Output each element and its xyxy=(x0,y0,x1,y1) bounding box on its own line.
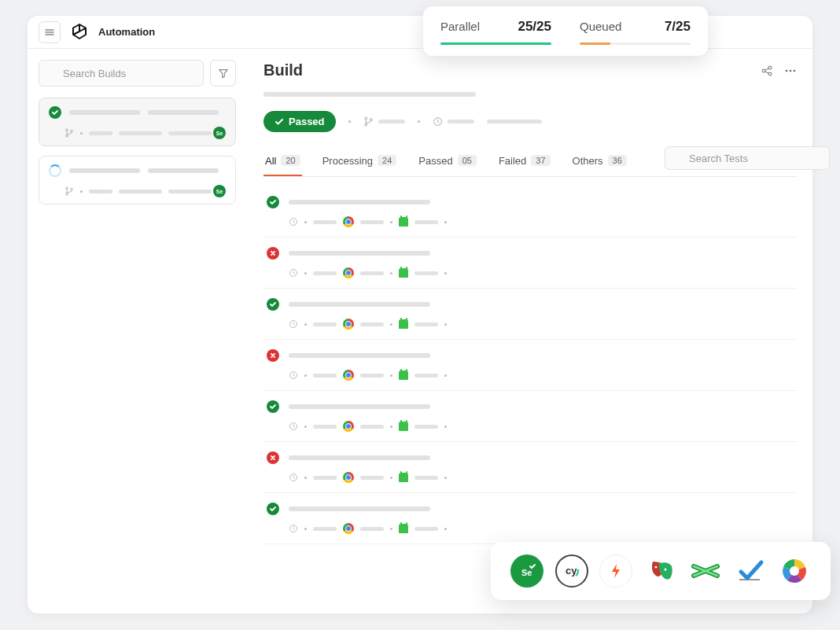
chrome-icon xyxy=(343,472,354,483)
tab-label: Passed xyxy=(418,155,452,167)
tab-label: Others xyxy=(573,155,603,167)
clock-icon xyxy=(433,116,443,127)
svg-point-15 xyxy=(370,119,372,121)
chrome-icon xyxy=(343,370,354,381)
share-icon xyxy=(761,64,773,77)
svg-point-27 xyxy=(654,566,657,569)
test-row[interactable] xyxy=(263,289,797,340)
menu-button[interactable] xyxy=(39,21,61,43)
svg-point-10 xyxy=(786,69,788,72)
android-icon xyxy=(399,370,408,380)
status-pass-icon xyxy=(267,400,279,413)
svg-point-5 xyxy=(66,193,68,195)
chrome-icon xyxy=(343,216,354,227)
test-row[interactable] xyxy=(263,442,797,493)
tab-count: 24 xyxy=(378,155,396,166)
test-row[interactable] xyxy=(263,238,797,289)
svg-point-14 xyxy=(364,123,367,126)
branch-icon xyxy=(64,186,74,196)
app-logo xyxy=(70,23,89,42)
svg-point-4 xyxy=(66,187,68,190)
tab-count: 05 xyxy=(458,155,477,166)
svg-point-11 xyxy=(790,69,792,72)
selenium-icon: Se xyxy=(510,554,543,588)
app-title: Automation xyxy=(98,26,155,38)
tab-label: All xyxy=(265,155,276,167)
search-tests-input[interactable] xyxy=(665,146,830,170)
svg-point-2 xyxy=(66,134,68,137)
clock-icon xyxy=(289,268,298,278)
filter-builds-button[interactable] xyxy=(210,60,236,87)
svg-text:Se: Se xyxy=(521,568,532,577)
chrome-icon xyxy=(343,421,354,432)
tab-count: 36 xyxy=(608,155,627,166)
svg-point-8 xyxy=(768,66,772,69)
branch-icon xyxy=(363,116,374,127)
lightning-icon xyxy=(599,554,632,588)
skeleton-line xyxy=(263,92,476,97)
cypress-icon: cy xyxy=(555,554,588,588)
framework-badge: Se xyxy=(213,185,226,197)
build-card[interactable]: Se xyxy=(39,98,236,146)
android-icon xyxy=(399,422,408,431)
status-badge: Passed xyxy=(263,111,336,132)
more-button[interactable] xyxy=(784,64,797,77)
clock-icon xyxy=(289,422,298,431)
chrome-icon xyxy=(343,267,354,278)
svg-point-12 xyxy=(794,69,796,72)
tabs: All20Processing24Passed05Failed37Others3… xyxy=(263,146,797,177)
svg-point-9 xyxy=(768,72,772,76)
test-row[interactable] xyxy=(263,391,797,442)
filter-icon xyxy=(218,68,229,79)
test-row[interactable] xyxy=(263,186,797,238)
tools-card: Se cy xyxy=(491,542,831,600)
clock-icon xyxy=(289,370,298,380)
clock-icon xyxy=(289,217,298,227)
tab-passed[interactable]: Passed05 xyxy=(417,147,478,176)
branch-icon xyxy=(64,128,74,138)
android-icon xyxy=(399,524,408,533)
checkmark-tool-icon xyxy=(733,554,766,588)
svg-point-28 xyxy=(664,569,666,571)
check-icon xyxy=(274,117,284,127)
sidebar: Se Se xyxy=(28,49,248,613)
svg-point-6 xyxy=(71,188,73,190)
status-pass-icon xyxy=(267,298,279,311)
tab-count: 37 xyxy=(531,155,550,166)
status-pass-icon xyxy=(49,106,61,119)
chrome-icon xyxy=(343,319,354,330)
tab-others[interactable]: Others36 xyxy=(571,147,628,176)
playwright-icon xyxy=(644,554,677,588)
status-fail-icon xyxy=(267,451,279,464)
status-pass-icon xyxy=(267,196,279,208)
build-card[interactable]: Se xyxy=(39,156,236,204)
testcafe-icon xyxy=(689,554,722,588)
queued-metric: Queued 7/25 xyxy=(580,19,691,45)
tab-all[interactable]: All20 xyxy=(263,147,302,176)
tab-failed[interactable]: Failed37 xyxy=(497,147,552,176)
content-area: Build Passed xyxy=(248,49,812,613)
framework-badge: Se xyxy=(213,127,226,139)
build-title: Build xyxy=(263,61,303,79)
android-icon xyxy=(399,473,408,482)
clock-icon xyxy=(289,473,298,482)
share-button[interactable] xyxy=(761,64,773,77)
status-loading-icon xyxy=(49,164,61,177)
capacity-card: Parallel 25/25 Queued 7/25 xyxy=(423,6,708,56)
chrome-icon xyxy=(343,523,354,534)
test-row[interactable] xyxy=(263,493,797,544)
svg-point-29 xyxy=(790,566,799,576)
status-pass-icon xyxy=(267,503,279,515)
tab-processing[interactable]: Processing24 xyxy=(321,147,399,176)
clock-icon xyxy=(289,524,298,533)
status-fail-icon xyxy=(267,349,279,362)
tab-label: Failed xyxy=(499,155,526,167)
search-builds-input[interactable] xyxy=(39,60,204,87)
tab-count: 20 xyxy=(281,155,300,166)
tab-label: Processing xyxy=(322,155,373,167)
test-row[interactable] xyxy=(263,340,797,391)
svg-point-1 xyxy=(66,129,68,131)
svg-point-3 xyxy=(71,130,73,132)
android-icon xyxy=(399,268,408,278)
android-icon xyxy=(399,217,408,227)
